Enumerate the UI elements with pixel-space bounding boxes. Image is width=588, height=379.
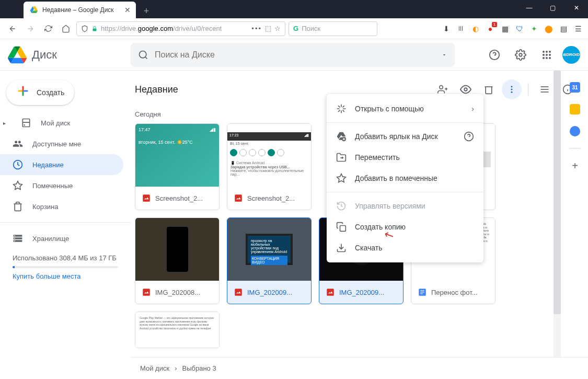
ext-icon-6[interactable]: ⬤ <box>544 24 554 33</box>
star-icon <box>13 180 23 191</box>
tab-title: Недавние – Google Диск <box>42 6 114 14</box>
browser-menu-icon[interactable]: ☰ <box>573 24 583 33</box>
ctx-copy[interactable]: Создать копию <box>327 216 483 237</box>
forward-button[interactable] <box>23 21 38 36</box>
expand-icon[interactable]: ▸ <box>3 120 8 126</box>
svg-point-20 <box>511 86 513 87</box>
help-icon[interactable] <box>464 131 474 142</box>
sidebar: Создать ▸ Мой диск Доступные мне Недавни… <box>0 71 131 379</box>
file-card[interactable]: Google Play Market — это официальное при… <box>135 312 220 348</box>
back-button[interactable] <box>5 21 20 36</box>
app-logo[interactable]: Диск <box>8 45 131 64</box>
library-icon[interactable]: Ⲽ <box>456 24 466 33</box>
sidebar-item-starred[interactable]: Помеченные <box>0 175 123 196</box>
file-name: Перенос фот... <box>431 289 478 296</box>
calendar-app-icon[interactable]: 31 <box>570 82 580 93</box>
apps-button[interactable] <box>536 44 557 65</box>
create-button[interactable]: Создать <box>6 80 74 105</box>
window-maximize-button[interactable]: ▢ <box>541 0 564 16</box>
ext-icon-5[interactable]: ✦ <box>529 24 539 33</box>
ext-icon-3[interactable]: ▦ <box>500 24 510 33</box>
page-title: Недавние <box>135 84 178 95</box>
folder-move-icon <box>336 152 347 163</box>
file-card[interactable]: 17:23◢▮ Вт, 15 сент. 📱 Система AndroidЗа… <box>227 123 312 210</box>
settings-button[interactable] <box>510 44 531 65</box>
sidebar-item-recent[interactable]: Недавние <box>0 154 123 175</box>
reader-icon[interactable]: ⬚ <box>265 25 271 32</box>
file-card[interactable]: 17:47◢▮ вторник, 15 сент. ☀️25°C Screens… <box>135 123 220 210</box>
ctx-open-with[interactable]: Открыть с помощью › <box>327 98 483 119</box>
sidebar-item-shared[interactable]: Доступные мне <box>0 133 123 154</box>
drive-search[interactable] <box>131 43 455 67</box>
breadcrumb: Мой диск › Выбрано 3 <box>131 357 588 379</box>
ctx-add-shortcut[interactable]: Добавить ярлык на Диск <box>327 126 483 147</box>
download-icon <box>336 243 347 253</box>
add-app-icon[interactable]: + <box>572 160 578 172</box>
reload-button[interactable] <box>41 21 55 36</box>
ctx-star[interactable]: Добавить в помеченные <box>327 168 483 189</box>
bookmark-icon[interactable]: ☆ <box>274 25 281 32</box>
home-button[interactable] <box>59 21 73 36</box>
file-name: IMG_202008... <box>155 289 200 296</box>
breadcrumb-selection: Выбрано 3 <box>182 364 216 372</box>
svg-point-13 <box>24 124 25 126</box>
sidebar-item-trash[interactable]: Корзина <box>0 196 123 217</box>
more-actions-button[interactable] <box>502 79 522 99</box>
gdoc-type-icon <box>418 288 427 297</box>
search-placeholder: Поиск <box>302 25 320 32</box>
search-dropdown-icon[interactable] <box>441 52 447 58</box>
browser-toolbar: https://drive.google.com/drive/u/0/recen… <box>0 18 588 39</box>
trash-icon <box>13 201 23 212</box>
sidebar-item-mydrive[interactable]: ▸ Мой диск <box>0 112 123 133</box>
help-button[interactable] <box>484 44 505 65</box>
drive-favicon-icon <box>30 6 38 14</box>
ext-icon-1[interactable]: ◐ <box>471 24 480 33</box>
drive-icon <box>21 118 31 128</box>
storage-icon <box>13 233 23 244</box>
url-bar[interactable]: https://drive.google.com/drive/u/0/recen… <box>76 21 285 36</box>
image-type-icon <box>142 193 151 203</box>
copy-icon <box>336 222 347 232</box>
ctx-move[interactable]: Переместить <box>327 147 483 168</box>
search-engine-icon: G <box>293 25 298 32</box>
view-toggle-button[interactable] <box>535 79 555 99</box>
search-icon <box>138 50 148 60</box>
browser-tab[interactable]: Недавние – Google Диск ✕ <box>24 2 136 18</box>
svg-rect-42 <box>340 226 346 232</box>
side-panel: 31 + <box>562 71 588 172</box>
download-icon[interactable]: ⬇ <box>442 24 451 33</box>
breadcrumb-root[interactable]: Мой диск <box>140 364 169 372</box>
app-header: Диск 4IDROID <box>0 39 588 71</box>
sidebar-item-storage[interactable]: Хранилище <box>0 228 123 249</box>
storage-info: Использовано 308,4 МБ из 17 ГБ Купить бо… <box>0 249 131 285</box>
scrollbar[interactable] <box>554 71 561 357</box>
file-name: Screenshot_2... <box>247 194 295 202</box>
drive-logo-icon <box>8 45 27 64</box>
ext-icon-4[interactable]: 🛡 <box>515 24 524 33</box>
file-name: Screenshot_2... <box>155 194 203 202</box>
window-minimize-button[interactable]: — <box>517 0 541 16</box>
new-tab-button[interactable]: + <box>139 4 154 18</box>
file-card[interactable]: IMG_202008... <box>135 217 220 304</box>
browser-search[interactable]: G Поиск <box>289 21 377 36</box>
svg-point-16 <box>440 86 443 89</box>
url-text: https://drive.google.com/drive/u/0/recen… <box>101 25 222 32</box>
ext-icon-7[interactable]: ▤ <box>559 24 568 33</box>
search-input[interactable] <box>155 50 435 60</box>
buy-storage-link[interactable]: Купить больше места <box>13 272 118 280</box>
avatar[interactable]: 4IDROID <box>562 46 580 64</box>
file-name: IMG_202009... <box>339 289 384 296</box>
image-type-icon <box>234 193 243 203</box>
tasks-app-icon[interactable] <box>570 126 580 136</box>
url-more-icon[interactable]: ••• <box>251 25 262 32</box>
window-controls: — ▢ ✕ <box>517 0 588 16</box>
drive-add-icon <box>336 131 347 142</box>
scroll-thumb[interactable] <box>554 71 561 314</box>
ext-icon-2[interactable]: ●1 <box>486 24 495 33</box>
ctx-download[interactable]: Скачать <box>327 237 483 258</box>
file-card[interactable]: просмотр на мобильных устройствах под уп… <box>227 217 312 304</box>
keep-app-icon[interactable] <box>570 104 580 114</box>
svg-point-12 <box>549 57 551 59</box>
tab-close-icon[interactable]: ✕ <box>124 6 131 14</box>
window-close-button[interactable]: ✕ <box>564 0 588 16</box>
